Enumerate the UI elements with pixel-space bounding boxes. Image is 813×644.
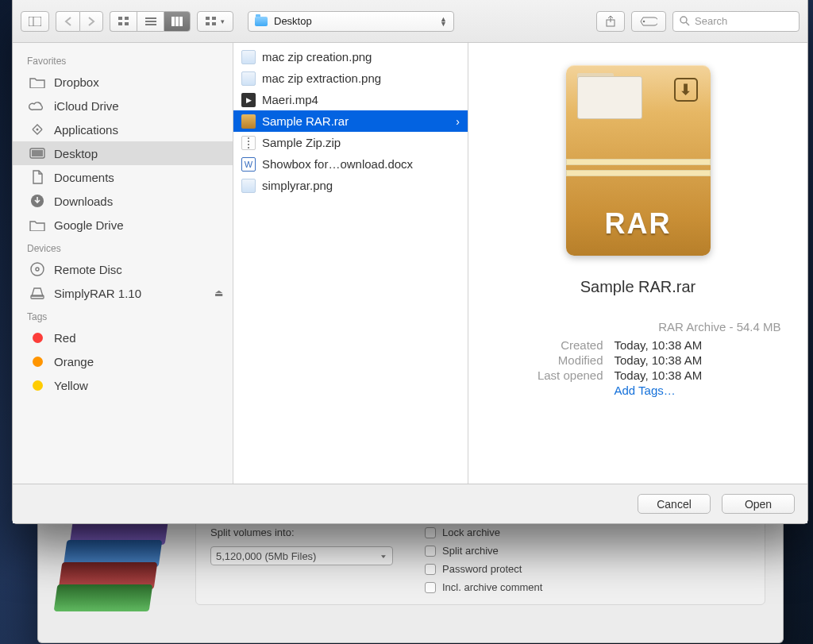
svg-rect-11 <box>179 17 183 26</box>
tag-dot-icon <box>29 380 46 391</box>
sidebar-item-label: SimplyRAR 1.10 <box>54 287 141 300</box>
svg-rect-2 <box>118 17 122 20</box>
svg-point-17 <box>643 20 645 22</box>
sidebar-item-yellow[interactable]: Yellow <box>13 373 233 397</box>
sidebar-item-label: Dropbox <box>54 75 99 89</box>
forward-button[interactable] <box>79 11 103 32</box>
option-incl-archive-comment[interactable]: Incl. archive comment <box>425 581 542 593</box>
search-placeholder: Search <box>695 15 727 27</box>
file-name: Maeri.mp4 <box>262 93 318 106</box>
svg-rect-4 <box>118 22 122 25</box>
view-columns-button[interactable] <box>164 11 191 32</box>
tag-dot-icon <box>33 380 43 391</box>
tag-dot-icon <box>33 357 43 367</box>
location-name: Desktop <box>274 15 433 27</box>
meta-key: Created <box>495 338 603 352</box>
sidebar-item-red[interactable]: Red <box>13 326 233 349</box>
open-button[interactable]: Open <box>722 494 795 514</box>
option-label: Split archive <box>442 545 499 557</box>
sidebar-item-remote-disc[interactable]: Remote Disc <box>13 257 233 281</box>
disc-icon <box>29 261 46 277</box>
nav-buttons <box>56 11 103 32</box>
sidebar-item-label: Applications <box>54 123 118 137</box>
svg-point-24 <box>31 263 44 276</box>
split-volumes-select[interactable]: 5,120,000 (5Mb Files) ▼ <box>210 546 393 565</box>
svg-point-25 <box>36 268 39 271</box>
preview-meta-row: CreatedToday, 10:38 AM <box>495 338 781 352</box>
file-row[interactable]: mac zip creation.png› <box>233 46 468 67</box>
svg-rect-5 <box>125 22 129 25</box>
preview-filename: Sample RAR.rar <box>580 278 696 296</box>
img-file-icon <box>241 179 256 193</box>
sidebar-item-orange[interactable]: Orange <box>13 349 233 373</box>
sidebar-item-documents[interactable]: Documents <box>13 165 233 189</box>
sidebar-item-label: Yellow <box>54 379 88 392</box>
option-password-protect[interactable]: Password protect <box>425 563 542 575</box>
sidebar-toggle-button[interactable] <box>21 11 49 32</box>
sidebar-item-google-drive[interactable]: Google Drive <box>13 213 233 237</box>
search-field[interactable]: Search <box>672 11 800 32</box>
group-by-dropdown[interactable]: ▾ <box>197 11 233 32</box>
img-file-icon <box>241 71 256 86</box>
sidebar-item-label: Downloads <box>54 195 113 208</box>
sidebar-item-label: Google Drive <box>54 218 124 232</box>
sidebar-item-label: Orange <box>54 355 94 368</box>
share-button[interactable] <box>596 11 625 32</box>
meta-key: Modified <box>495 353 603 367</box>
file-name: Sample Zip.zip <box>262 136 341 149</box>
file-row[interactable]: simplyrar.png› <box>233 175 468 196</box>
tag-dot-icon <box>29 357 46 367</box>
sidebar-item-applications[interactable]: Applications <box>13 118 233 141</box>
svg-rect-13 <box>212 17 216 20</box>
tag-dot-icon <box>33 333 43 343</box>
sidebar-item-downloads[interactable]: Downloads <box>13 189 233 213</box>
preview-kind: RAR Archive - 54.4 MB <box>495 320 781 334</box>
sidebar-item-label: Documents <box>54 171 114 184</box>
background-app-window: Split volumes into: 5,120,000 (5Mb Files… <box>37 508 784 643</box>
file-row[interactable]: Sample Zip.zip› <box>233 132 468 153</box>
file-row[interactable]: Sample RAR.rar› <box>233 110 468 132</box>
doc-file-icon: W <box>241 157 256 172</box>
add-tags-link[interactable]: Add Tags… <box>615 384 676 397</box>
sidebar-item-label: Desktop <box>54 147 98 160</box>
folder-icon <box>29 76 46 88</box>
option-lock-archive[interactable]: Lock archive <box>425 526 542 538</box>
sidebar-item-label: Red <box>54 331 76 345</box>
view-icons-button[interactable] <box>110 11 137 32</box>
search-icon <box>680 16 690 26</box>
desktop-icon <box>29 148 46 160</box>
background-options-panel: Split volumes into: 5,120,000 (5Mb Files… <box>195 518 765 605</box>
preview-meta-row: Last openedToday, 10:38 AM <box>495 368 781 382</box>
svg-point-18 <box>680 17 687 23</box>
sidebar-item-dropbox[interactable]: Dropbox <box>13 70 233 94</box>
file-row[interactable]: ▶Maeri.mp4› <box>233 89 468 110</box>
location-dropdown[interactable]: Desktop ▲▼ <box>248 11 454 32</box>
file-row[interactable]: mac zip extraction.png› <box>233 67 468 89</box>
checkbox-icon <box>425 564 436 575</box>
chevron-down-icon: ▾ <box>221 17 225 25</box>
view-list-button[interactable] <box>137 11 164 32</box>
file-row[interactable]: WShowbox for…ownload.docx› <box>233 153 468 175</box>
option-label: Incl. archive comment <box>442 581 542 593</box>
sidebar-section-header: Devices <box>13 237 233 257</box>
option-split-archive[interactable]: Split archive <box>425 545 542 557</box>
checkbox-icon <box>425 546 436 557</box>
svg-rect-0 <box>29 17 41 26</box>
sidebar-section-header: Tags <box>13 305 233 326</box>
svg-line-19 <box>686 22 689 25</box>
eject-icon[interactable]: ⏏ <box>214 287 223 299</box>
sidebar: FavoritesDropboxiCloud DriveApplications… <box>13 43 233 484</box>
vid-file-icon: ▶ <box>241 93 256 107</box>
back-button[interactable] <box>56 11 79 32</box>
cloud-icon <box>29 100 46 112</box>
svg-rect-9 <box>171 17 175 26</box>
checkbox-icon <box>425 582 436 593</box>
split-volumes-value: 5,120,000 (5Mb Files) <box>216 550 316 562</box>
sidebar-item-desktop[interactable]: Desktop <box>13 141 233 165</box>
cancel-button[interactable]: Cancel <box>638 494 711 514</box>
sidebar-item-icloud-drive[interactable]: iCloud Drive <box>13 94 233 118</box>
tags-button[interactable] <box>631 11 666 32</box>
svg-rect-15 <box>212 22 216 25</box>
winrar-books-icon <box>56 518 173 610</box>
sidebar-item-simplyrar-1-10[interactable]: SimplyRAR 1.10⏏ <box>13 281 233 305</box>
